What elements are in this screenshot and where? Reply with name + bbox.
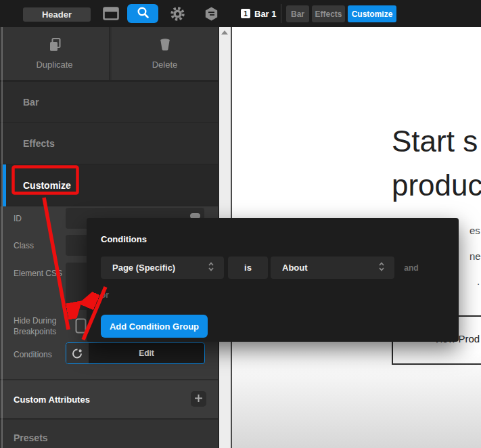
- plus-icon: [194, 393, 203, 405]
- sidebar-left-edge-line: [1, 27, 3, 448]
- conditions-edit-button[interactable]: Edit: [89, 343, 204, 363]
- conditions-status-icon: [66, 343, 89, 363]
- toolbar-divider: [281, 4, 281, 23]
- section-bar[interactable]: Bar: [0, 82, 218, 123]
- condition-value: About: [282, 263, 308, 273]
- chevron-up-down-icon: [208, 261, 214, 274]
- tab-effects[interactable]: Effects: [312, 5, 345, 22]
- section-effects[interactable]: Effects: [0, 123, 218, 164]
- delete-label: Delete: [152, 60, 178, 70]
- search-button[interactable]: [127, 4, 158, 23]
- breakpoint-phone-icon[interactable]: [75, 318, 87, 336]
- conditions-popup-title: Conditions: [101, 234, 147, 244]
- conditions-popup: Conditions Page (Specific) is About and …: [87, 218, 459, 342]
- conditions-field-label: Conditions: [14, 350, 52, 359]
- add-condition-group-button[interactable]: Add Condition Group: [101, 315, 208, 338]
- hide-during-breakpoints-label: Hide During Breakpoints: [14, 315, 69, 337]
- duplicate-icon: [48, 37, 62, 55]
- presets-label: Presets: [14, 432, 48, 443]
- preview-paragraph-fragment: ne p: [469, 250, 481, 262]
- custom-attributes-label: Custom Attributes: [14, 395, 90, 405]
- header-template-button[interactable]: Header: [23, 7, 91, 22]
- element-manager-hexagon-icon[interactable]: [204, 6, 219, 22]
- element-css-label: Element CSS: [14, 269, 62, 278]
- or-connector-label: or: [101, 290, 109, 300]
- active-section-indicator: [3, 164, 6, 206]
- id-field-label: ID: [14, 214, 22, 223]
- breadcrumb-element-name: Bar 1: [254, 0, 277, 27]
- condition-type-select[interactable]: Page (Specific): [101, 256, 224, 279]
- tab-bar[interactable]: Bar: [286, 5, 309, 22]
- preview-paragraph-fragment: es ar: [469, 225, 481, 236]
- preview-heading-line2: produc: [392, 169, 481, 202]
- preview-bottom-fade: [232, 352, 481, 448]
- conditions-edit-control[interactable]: Edit: [66, 342, 205, 364]
- tab-customize[interactable]: Customize: [348, 5, 396, 22]
- class-field-label: Class: [14, 241, 34, 250]
- condition-operator[interactable]: is: [228, 256, 268, 279]
- section-customize[interactable]: Customize: [0, 164, 218, 206]
- duplicate-button[interactable]: Duplicate: [0, 27, 110, 80]
- and-connector-label: and: [398, 256, 425, 279]
- builder-app: Header 1 Bar 1 Bar Ef: [0, 0, 481, 448]
- condition-value-select[interactable]: About: [271, 256, 394, 279]
- element-index-badge: 1: [241, 9, 250, 18]
- condition-type-value: Page (Specific): [112, 263, 175, 273]
- trash-icon: [159, 37, 171, 55]
- search-icon: [137, 6, 150, 22]
- duplicate-label: Duplicate: [36, 60, 72, 70]
- preview-paragraph-fragment: .: [477, 275, 480, 287]
- chevron-up-down-icon: [378, 261, 385, 274]
- preview-heading-line1: Start s: [392, 125, 478, 158]
- scrollbar-up-arrow-icon[interactable]: [221, 30, 228, 35]
- delete-button[interactable]: Delete: [112, 27, 218, 80]
- add-custom-attribute-button[interactable]: [191, 391, 206, 407]
- top-toolbar: Header 1 Bar 1 Bar Ef: [0, 0, 481, 27]
- window-layout-icon[interactable]: [103, 7, 119, 20]
- settings-gear-icon[interactable]: [170, 6, 185, 22]
